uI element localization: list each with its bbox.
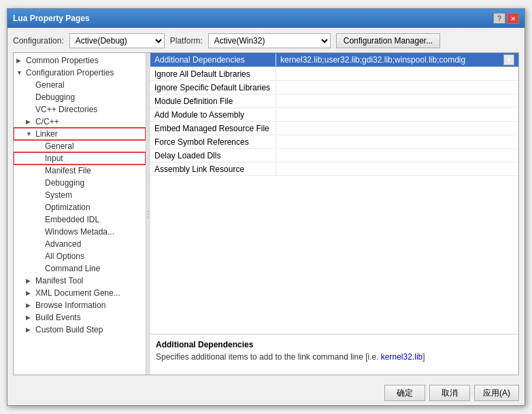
prop-value-additional-dependencies: kernel32.lib;user32.lib;gdi32.lib;winspo… <box>276 53 518 67</box>
tree-label-custom-build-step: Custom Build Step <box>35 325 103 334</box>
prop-row-delay-loaded-dlls[interactable]: Delay Loaded Dlls <box>150 149 518 162</box>
tree-arrow-c-cpp: ▶ <box>26 118 35 125</box>
dialog-footer: 确定 取消 应用(A) <box>7 381 525 405</box>
tree-item-linker-debugging[interactable]: Debugging <box>14 177 146 189</box>
tree-label-debugging: Debugging <box>35 92 75 102</box>
info-panel: Additional Dependencies Specifies additi… <box>150 334 518 375</box>
tree-label-common-properties: Common Properties <box>26 56 99 65</box>
tree-item-linker-windows-metadata[interactable]: Windows Metada... <box>14 226 146 238</box>
prop-value-add-module-to-assembly <box>276 114 518 116</box>
prop-value-text-additional-dependencies: kernel32.lib;user32.lib;gdi32.lib;winspo… <box>280 55 503 65</box>
config-row: Configuration: Active(Debug) Platform: A… <box>13 33 519 48</box>
tree-item-linker-all-options[interactable]: All Options <box>14 250 146 262</box>
dialog: Lua Property Pages ? ✕ Configuration: Ac… <box>7 8 525 406</box>
title-bar-buttons: ? ✕ <box>493 13 519 24</box>
tree-item-linker-command-line[interactable]: Command Line <box>14 262 146 275</box>
tree-item-linker-embedded-idl[interactable]: Embedded IDL <box>14 213 146 226</box>
tree-label-manifest-tool: Manifest Tool <box>35 276 83 286</box>
prop-value-ignore-all-default-libs <box>276 73 518 75</box>
tree-item-linker-manifest[interactable]: Manifest File <box>14 165 146 177</box>
prop-value-assembly-link-resource <box>276 168 518 171</box>
tree-item-linker-optimization[interactable]: Optimization <box>14 201 146 213</box>
prop-value-module-definition-file <box>276 100 518 103</box>
tree-item-build-events[interactable]: ▶Build Events <box>14 311 146 324</box>
platform-label: Platform: <box>170 36 203 46</box>
tree-arrow-manifest-tool: ▶ <box>26 277 35 284</box>
tree-item-c-cpp[interactable]: ▶C/C++ <box>14 116 146 128</box>
props-table: Additional Dependencieskernel32.lib;user… <box>150 53 518 334</box>
tree-arrow-xml-document: ▶ <box>26 290 35 296</box>
tree-label-build-events: Build Events <box>35 313 81 322</box>
tree-panel: ▶Common Properties▼Configuration Propert… <box>14 53 146 375</box>
tree-label-linker-general: General <box>45 141 74 151</box>
prop-row-ignore-all-default-libs[interactable]: Ignore All Default Libraries <box>150 67 518 81</box>
prop-row-ignore-specific-default[interactable]: Ignore Specific Default Libraries <box>150 81 518 94</box>
title-bar: Lua Property Pages ? ✕ <box>7 9 525 28</box>
info-text: Specifies additional items to add to the… <box>156 352 513 362</box>
prop-row-additional-dependencies[interactable]: Additional Dependencieskernel32.lib;user… <box>150 53 518 67</box>
prop-name-module-definition-file: Module Definition File <box>150 95 276 107</box>
tree-item-general[interactable]: General <box>14 79 146 91</box>
prop-row-add-module-to-assembly[interactable]: Add Module to Assembly <box>150 108 518 122</box>
prop-row-module-definition-file[interactable]: Module Definition File <box>150 94 518 108</box>
tree-label-configuration-properties: Configuration Properties <box>26 68 114 77</box>
prop-name-delay-loaded-dlls: Delay Loaded Dlls <box>150 150 276 162</box>
tree-label-linker-advanced: Advanced <box>45 239 81 249</box>
prop-row-force-symbol-references[interactable]: Force Symbol References <box>150 135 518 149</box>
info-highlight: kernel32.lib <box>381 352 422 362</box>
tree-label-vc-directories: VC++ Directories <box>35 105 97 114</box>
tree-item-manifest-tool[interactable]: ▶Manifest Tool <box>14 275 146 287</box>
tree-label-linker-embedded-idl: Embedded IDL <box>45 215 99 224</box>
ok-button[interactable]: 确定 <box>384 385 425 401</box>
prop-value-embed-managed-resource <box>276 127 518 130</box>
config-select[interactable]: Active(Debug) <box>69 33 165 48</box>
tree-label-linker-optimization: Optimization <box>45 203 90 212</box>
prop-row-embed-managed-resource[interactable]: Embed Managed Resource File <box>150 122 518 135</box>
help-button[interactable]: ? <box>493 13 505 24</box>
tree-item-xml-document[interactable]: ▶XML Document Gene... <box>14 287 146 299</box>
tree-item-linker[interactable]: ▼Linker <box>14 128 146 140</box>
prop-value-force-symbol-references <box>276 141 518 143</box>
tree-item-linker-advanced[interactable]: Advanced <box>14 238 146 250</box>
tree-label-linker-input: Input <box>45 154 63 163</box>
tree-item-configuration-properties[interactable]: ▼Configuration Properties <box>14 67 146 79</box>
tree-item-vc-directories[interactable]: VC++ Directories <box>14 103 146 116</box>
tree-item-linker-input[interactable]: Input <box>14 152 146 165</box>
prop-dropdown-additional-dependencies[interactable]: ▼ <box>503 54 514 65</box>
prop-name-assembly-link-resource: Assembly Link Resource <box>150 163 276 175</box>
tree-arrow-custom-build-step: ▶ <box>26 326 35 333</box>
tree-arrow-configuration-properties: ▼ <box>16 69 26 76</box>
tree-item-common-properties[interactable]: ▶Common Properties <box>14 54 146 67</box>
tree-item-linker-general[interactable]: General <box>14 140 146 152</box>
tree-label-linker-system: System <box>45 190 72 200</box>
close-button[interactable]: ✕ <box>507 13 519 24</box>
dialog-body: Configuration: Active(Debug) Platform: A… <box>7 28 525 381</box>
apply-button[interactable]: 应用(A) <box>474 385 519 401</box>
tree-item-debugging[interactable]: Debugging <box>14 91 146 103</box>
cancel-button[interactable]: 取消 <box>429 385 470 401</box>
tree-arrow-browse-information: ▶ <box>26 302 35 309</box>
config-label: Configuration: <box>13 36 64 46</box>
prop-row-assembly-link-resource[interactable]: Assembly Link Resource <box>150 162 518 176</box>
right-panel: Additional Dependencieskernel32.lib;user… <box>150 53 518 375</box>
prop-name-force-symbol-references: Force Symbol References <box>150 136 276 148</box>
prop-name-embed-managed-resource: Embed Managed Resource File <box>150 122 276 135</box>
prop-value-delay-loaded-dlls <box>276 154 518 157</box>
tree-label-c-cpp: C/C++ <box>35 117 59 126</box>
configuration-manager-button[interactable]: Configuration Manager... <box>336 33 440 48</box>
tree-label-linker-all-options: All Options <box>45 252 84 261</box>
prop-name-add-module-to-assembly: Add Module to Assembly <box>150 109 276 121</box>
tree-item-custom-build-step[interactable]: ▶Custom Build Step <box>14 324 146 336</box>
tree-item-browse-information[interactable]: ▶Browse Information <box>14 299 146 311</box>
tree-label-general: General <box>35 80 65 90</box>
platform-select[interactable]: Active(Win32) <box>208 33 331 48</box>
tree-arrow-build-events: ▶ <box>26 314 35 321</box>
dialog-title: Lua Property Pages <box>13 14 90 23</box>
tree-label-browse-information: Browse Information <box>35 300 105 310</box>
prop-name-ignore-all-default-libs: Ignore All Default Libraries <box>150 68 276 80</box>
tree-item-linker-system[interactable]: System <box>14 189 146 201</box>
tree-label-linker: Linker <box>35 129 58 139</box>
tree-arrow-linker: ▼ <box>26 131 35 137</box>
tree-label-linker-windows-metadata: Windows Metada... <box>45 227 114 237</box>
info-title: Additional Dependencies <box>156 340 513 349</box>
